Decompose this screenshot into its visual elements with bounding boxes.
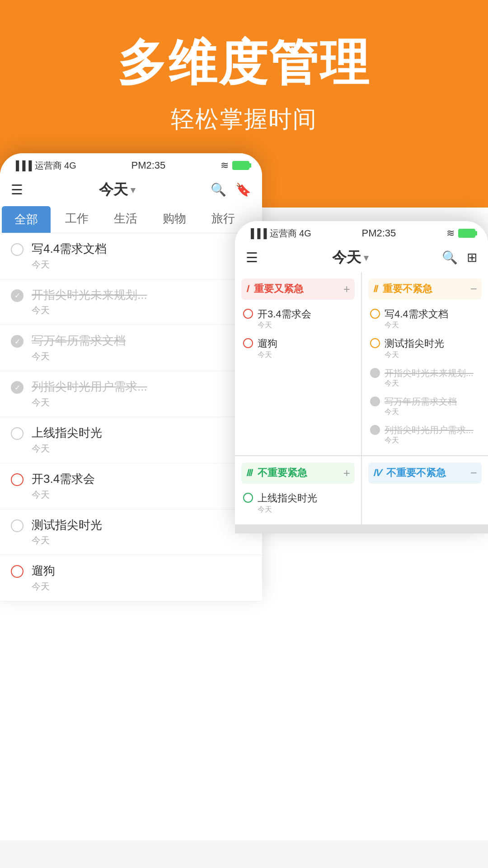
- add-q4-button[interactable]: −: [470, 466, 477, 480]
- matrix-circle-checked: [370, 368, 380, 378]
- phones-area: ▐▐▐ 运营商 4G PM2:35 ≋ ☰ 今天 ▾ 🔍 🔖 全部 工作: [0, 208, 488, 840]
- carrier-back: ▐▐▐ 运营商 4G: [13, 160, 76, 172]
- menu-icon-front[interactable]: ☰: [246, 250, 258, 265]
- time-front: PM2:35: [361, 227, 396, 239]
- matrix-grid: Ⅰ 重要又紧急 + 开3.4需求会 今天 遛狗 今天: [235, 272, 488, 533]
- nav-title-back[interactable]: 今天 ▾: [99, 180, 135, 200]
- phone-back: ▐▐▐ 运营商 4G PM2:35 ≋ ☰ 今天 ▾ 🔍 🔖 全部 工作: [0, 153, 262, 601]
- task-circle-checked: [11, 381, 23, 394]
- matrix-list-item[interactable]: 测试指尖时光 今天: [368, 334, 482, 363]
- tab-travel[interactable]: 旅行: [199, 205, 248, 232]
- hero-title: 多维度管理: [18, 36, 470, 90]
- nav-icons-back: 🔍 🔖: [211, 182, 251, 197]
- hero-subtitle: 轻松掌握时间: [18, 104, 470, 135]
- quadrant-label-q2: Ⅱ 重要不紧急: [373, 282, 432, 296]
- matrix-circle-q2: [370, 309, 380, 319]
- nav-title-front[interactable]: 今天 ▾: [332, 248, 368, 268]
- wifi-icon-back: ≋: [221, 160, 229, 171]
- task-circle-checked: [11, 289, 23, 302]
- quadrant-q2: Ⅱ 重要不紧急 − 写4.4需求文档 今天 测试指尖时光 今天: [362, 272, 488, 455]
- matrix-circle-q1: [243, 338, 253, 348]
- matrix-list-item[interactable]: 写4.4需求文档 今天: [368, 304, 482, 334]
- quadrant-header-q1: Ⅰ 重要又紧急 +: [241, 278, 355, 300]
- list-item[interactable]: 开3.4需求会 今天: [0, 463, 262, 509]
- tabs-bar-back: 全部 工作 生活 购物 旅行: [0, 204, 262, 233]
- quadrant-header-q3: Ⅲ 不重要紧急 +: [241, 462, 355, 484]
- matrix-list-item[interactable]: 列指尖时光用户需求... 今天: [368, 420, 482, 449]
- menu-icon-back[interactable]: ☰: [11, 182, 23, 198]
- list-item[interactable]: 写万年历需求文档 今天: [0, 325, 262, 371]
- list-item[interactable]: 写4.4需求文档 今天: [0, 233, 262, 279]
- status-right-front: ≋: [446, 227, 475, 239]
- search-icon-back[interactable]: 🔍: [211, 182, 226, 197]
- battery-icon-front: [458, 229, 475, 238]
- quadrant-q4: Ⅳ 不重要不紧急 −: [362, 456, 488, 524]
- quadrant-label-q4: Ⅳ 不重要不紧急: [373, 466, 446, 480]
- nav-icons-front: 🔍 ⊞: [442, 250, 477, 265]
- list-item[interactable]: 列指尖时光用户需求... 今天: [0, 371, 262, 417]
- matrix-circle-checked: [370, 396, 380, 406]
- task-circle-urgent: [11, 565, 23, 578]
- phone-front: ▐▐▐ 运营商 4G PM2:35 ≋ ☰ 今天 ▾ 🔍 ⊞: [235, 221, 488, 533]
- task-list-back: 写4.4需求文档 今天 开指尖时光未来规划... 今天 写万年历需求文档 今天: [0, 233, 262, 601]
- status-bar-front: ▐▐▐ 运营商 4G PM2:35 ≋: [235, 221, 488, 243]
- quadrant-header-q2: Ⅱ 重要不紧急 −: [368, 278, 482, 300]
- quadrant-q3: Ⅲ 不重要紧急 + 上线指尖时光 今天: [235, 456, 361, 524]
- matrix-list-item[interactable]: 上线指尖时光 今天: [241, 488, 355, 518]
- search-icon-front[interactable]: 🔍: [442, 250, 458, 265]
- list-item[interactable]: 测试指尖时光 今天: [0, 509, 262, 556]
- matrix-list-item[interactable]: 开指尖时光未来规划... 今天: [368, 363, 482, 392]
- list-item[interactable]: 开指尖时光未来规划... 今天: [0, 279, 262, 326]
- wifi-icon-front: ≋: [446, 227, 455, 239]
- task-circle: [11, 427, 23, 440]
- add-q2-button[interactable]: −: [470, 282, 477, 296]
- nav-bar-back: ☰ 今天 ▾ 🔍 🔖: [0, 175, 262, 204]
- time-back: PM2:35: [131, 160, 165, 171]
- status-right-back: ≋: [221, 160, 249, 171]
- matrix-circle-q1: [243, 309, 253, 319]
- matrix-circle-q3: [243, 493, 253, 503]
- list-item[interactable]: 上线指尖时光 今天: [0, 417, 262, 463]
- status-bar-back: ▐▐▐ 运营商 4G PM2:35 ≋: [0, 153, 262, 175]
- matrix-list-item[interactable]: 开3.4需求会 今天: [241, 304, 355, 334]
- task-circle-urgent: [11, 473, 23, 486]
- tab-life[interactable]: 生活: [101, 205, 150, 232]
- task-circle-checked: [11, 335, 23, 348]
- task-circle: [11, 243, 23, 256]
- battery-icon-back: [232, 161, 249, 170]
- matrix-list-item[interactable]: 写万年历需求文档 今天: [368, 392, 482, 420]
- task-circle: [11, 519, 23, 532]
- add-q3-button[interactable]: +: [343, 466, 350, 480]
- tab-all[interactable]: 全部: [2, 206, 51, 233]
- quadrant-q1: Ⅰ 重要又紧急 + 开3.4需求会 今天 遛狗 今天: [235, 272, 361, 455]
- quadrant-label-q1: Ⅰ 重要又紧急: [246, 282, 304, 296]
- carrier-front: ▐▐▐ 运营商 4G: [248, 227, 311, 240]
- list-item[interactable]: 遛狗 今天: [0, 555, 262, 601]
- grid-icon-front[interactable]: ⊞: [467, 250, 477, 265]
- add-q1-button[interactable]: +: [343, 282, 350, 296]
- tab-shopping[interactable]: 购物: [150, 205, 199, 232]
- quadrant-header-q4: Ⅳ 不重要不紧急 −: [368, 462, 482, 484]
- matrix-circle-q2: [370, 338, 380, 348]
- quadrant-label-q3: Ⅲ 不重要紧急: [246, 466, 307, 480]
- matrix-circle-checked: [370, 425, 380, 435]
- nav-bar-front: ☰ 今天 ▾ 🔍 ⊞: [235, 243, 488, 272]
- tab-work[interactable]: 工作: [52, 205, 101, 232]
- matrix-list-item[interactable]: 遛狗 今天: [241, 334, 355, 363]
- bookmark-icon-back[interactable]: 🔖: [235, 182, 251, 197]
